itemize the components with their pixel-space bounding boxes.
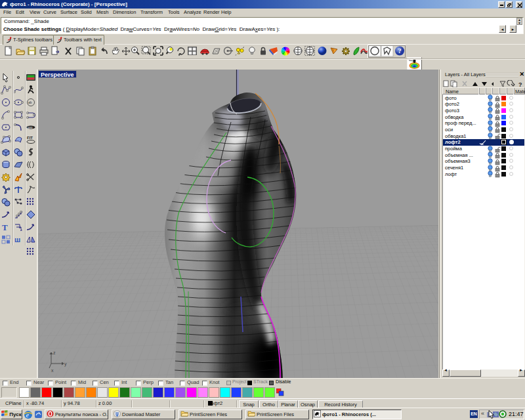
svg-text:FIT: FIT (27, 136, 33, 140)
svg-text:T: T (2, 222, 8, 232)
svg-text:y: y (64, 362, 67, 367)
svg-text:ooo: ooo (28, 126, 33, 129)
svg-text:z: z (53, 350, 56, 355)
svg-text:ab: ab (28, 100, 32, 104)
svg-text:ш: ш (14, 236, 20, 243)
svg-text:?: ? (398, 47, 402, 54)
svg-text:x: x (51, 368, 54, 373)
